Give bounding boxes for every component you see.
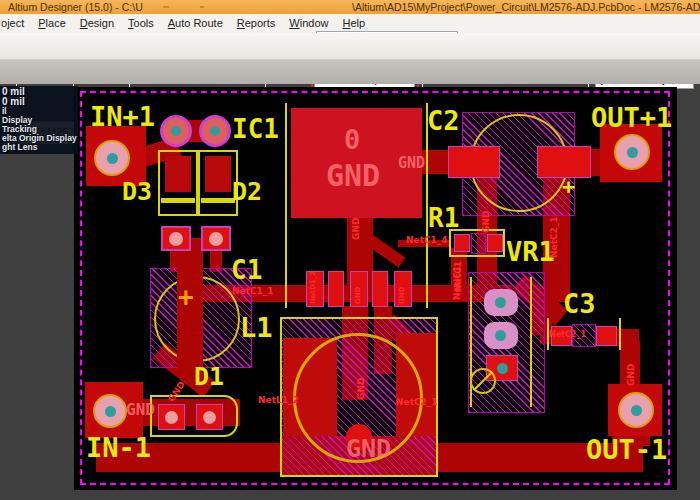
designator-c3[interactable]: C3 xyxy=(563,288,596,319)
menu-autoroute[interactable]: Auto Route xyxy=(161,14,230,29)
c2-pad[interactable] xyxy=(448,146,500,178)
ic1-pad-number: 0 xyxy=(344,124,360,155)
designator-r1[interactable]: R1 xyxy=(428,203,459,233)
designator-d3[interactable]: D3 xyxy=(122,177,152,206)
gnd-text: GND xyxy=(398,154,425,172)
designator-ic1[interactable]: IC1 xyxy=(232,114,279,144)
d3-cathode-band xyxy=(161,198,195,203)
designator-d1[interactable]: D1 xyxy=(194,362,224,391)
c3-silk-line xyxy=(619,318,621,350)
d3-pad[interactable] xyxy=(161,226,191,251)
net-label: GND xyxy=(356,378,366,400)
menu-window[interactable]: Window xyxy=(282,14,335,29)
ic1-pin-pad[interactable] xyxy=(372,271,388,307)
designator-l1[interactable]: L1 xyxy=(240,312,273,343)
designator-in-plus[interactable]: IN+1 xyxy=(90,101,155,132)
altium-designer-window: Altium Designer (15.0) - C:\U \Altium\AD… xyxy=(0,0,700,500)
net-label: GND xyxy=(354,287,362,304)
footprint-d3[interactable] xyxy=(158,150,198,216)
title-artifact xyxy=(200,6,204,8)
net-label: GND xyxy=(351,218,361,240)
net-label: GND xyxy=(398,287,406,304)
net-label: GND xyxy=(481,211,491,233)
hud-line: ght Lens xyxy=(2,143,78,152)
ic1-courtyard-line xyxy=(285,103,287,308)
vr1-pad[interactable] xyxy=(484,322,518,349)
designator-out-plus[interactable]: OUT+1 xyxy=(591,102,672,133)
net-label[interactable]: NetL1_2 xyxy=(258,395,299,405)
vr1-pad[interactable] xyxy=(484,289,518,316)
net-label[interactable]: NetIC1 xyxy=(452,266,462,300)
designator-c1[interactable]: C1 xyxy=(231,255,262,285)
c1-polarity-mark: + xyxy=(178,282,194,312)
pad-out-minus[interactable] xyxy=(608,384,662,436)
net-label[interactable]: NetC1_1 xyxy=(232,286,274,296)
net-label[interactable]: NetD1_2 xyxy=(309,271,317,304)
c3-pad[interactable] xyxy=(596,326,617,346)
designator-c2[interactable]: C2 xyxy=(427,105,460,136)
title-artifact xyxy=(163,6,169,8)
d2-pad[interactable] xyxy=(201,226,231,251)
designator-vr1[interactable]: VR1 xyxy=(506,236,555,267)
designator-d2[interactable]: D2 xyxy=(232,177,262,206)
document-tab-bar: b LM2576-ADJ.PcbDoc xyxy=(0,60,700,84)
vr1-pin1-marker xyxy=(470,368,496,394)
net-label: GND xyxy=(626,364,636,386)
ic1-gnd-text: GND xyxy=(326,158,380,193)
title-left: Altium Designer (15.0) - C:\U xyxy=(8,1,143,13)
heads-up-display: 0 mil 0 mil il Display Tracking elta Ori… xyxy=(0,86,78,154)
d2-cathode-band xyxy=(201,198,235,203)
d3-round-pad[interactable] xyxy=(160,115,192,147)
menu-help[interactable]: Help xyxy=(335,14,372,29)
footprint-d1[interactable] xyxy=(150,395,238,437)
net-label[interactable]: NetC2_1 xyxy=(396,397,438,407)
c2-polarity-mark: + xyxy=(562,174,575,199)
menu-design[interactable]: Design xyxy=(73,14,121,29)
designator-in-minus[interactable]: IN-1 xyxy=(86,432,151,463)
menu-reports[interactable]: Reports xyxy=(230,14,283,29)
footprint-r1[interactable] xyxy=(449,229,505,257)
net-label[interactable]: NetC1_4 xyxy=(406,235,448,245)
menu-tools[interactable]: Tools xyxy=(121,14,161,29)
d2-round-pad[interactable] xyxy=(199,115,231,147)
menu-project[interactable]: oject xyxy=(0,14,31,29)
main-toolbar: ▤ ⊞ ⊡ ⊕ ⌖ ✂ ⧉ ⎘ ▣ ▢ ✛ ⇄ ✗ ↶ ↷ ✎ ⊚ Altium… xyxy=(0,33,700,60)
designator-out-minus[interactable]: OUT-1 xyxy=(586,434,667,465)
menu-bar: oject Place Design Tools Auto Route Repo… xyxy=(0,14,700,33)
gnd-text: GND xyxy=(126,400,155,419)
l1-gnd-text: GND xyxy=(346,434,391,463)
net-label[interactable]: NetC2_1 xyxy=(549,330,586,339)
hud-y-coordinate: 0 mil xyxy=(2,97,78,107)
title-bar: Altium Designer (15.0) - C:\U \Altium\AD… xyxy=(0,0,700,14)
title-right: \Altium\AD15\MyProject\Power_Circuit\LM2… xyxy=(352,1,700,13)
menu-place[interactable]: Place xyxy=(31,14,73,29)
ic1-pin-pad[interactable] xyxy=(328,271,344,307)
